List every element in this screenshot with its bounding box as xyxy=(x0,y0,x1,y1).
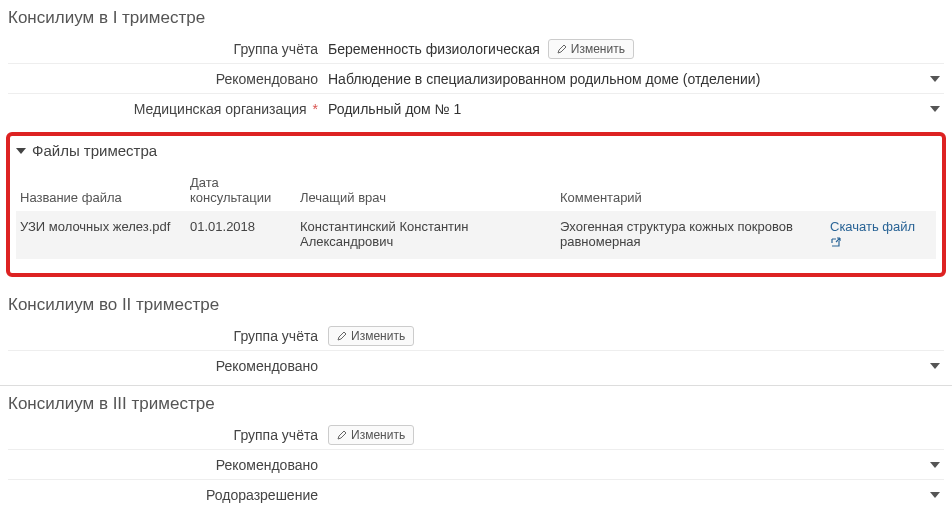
row-delivery: Родоразрешение xyxy=(8,482,944,510)
value-group-3: Изменить xyxy=(328,425,944,445)
label-medorg: Медицинская организация * xyxy=(8,101,328,117)
row-group-3: Группа учёта Изменить xyxy=(8,422,944,450)
pencil-icon xyxy=(557,44,567,54)
cell-doctor: Константинский Константин Александрович xyxy=(296,211,556,259)
files-header[interactable]: Файлы триместра xyxy=(16,140,936,169)
chevron-down-icon xyxy=(930,492,940,498)
chevron-down-icon xyxy=(930,106,940,112)
edit-group-label-3: Изменить xyxy=(351,428,405,442)
col-doctor: Лечащий врач xyxy=(296,169,556,211)
chevron-down-icon xyxy=(930,363,940,369)
section-title-consilium-3: Консилиум в III триместре xyxy=(8,390,944,420)
section-title-consilium-1: Консилиум в I триместре xyxy=(8,4,944,34)
label-group-3: Группа учёта xyxy=(8,427,328,443)
label-recommended-2: Рекомендовано xyxy=(8,358,328,374)
medorg-value-text: Родильный дом № 1 xyxy=(328,99,461,119)
label-group-2: Группа учёта xyxy=(8,328,328,344)
section-consilium-1: Консилиум в I триместре Группа учёта Бер… xyxy=(0,0,952,128)
cell-download: Скачать файл xyxy=(826,211,936,259)
group-value-text: Беременность физиологическая xyxy=(328,39,540,59)
files-panel: Файлы триместра Название файла Дата конс… xyxy=(6,132,946,277)
table-row: УЗИ молочных желез.pdf 01.01.2018 Конста… xyxy=(16,211,936,259)
col-download xyxy=(826,169,936,211)
files-header-text: Файлы триместра xyxy=(32,142,157,159)
cell-comment: Эхогенная структура кожных покровов равн… xyxy=(556,211,826,259)
cell-name: УЗИ молочных желез.pdf xyxy=(16,211,186,259)
section-title-consilium-2: Консилиум во II триместре xyxy=(8,291,944,321)
recommended-select[interactable]: Наблюдение в специализированном родильно… xyxy=(328,69,944,89)
label-recommended: Рекомендовано xyxy=(8,71,328,87)
label-recommended-3: Рекомендовано xyxy=(8,457,328,473)
label-group: Группа учёта xyxy=(8,41,328,57)
medorg-select[interactable]: Родильный дом № 1 xyxy=(328,99,944,119)
edit-group-button[interactable]: Изменить xyxy=(548,39,634,59)
section-consilium-2: Консилиум во II триместре Группа учёта И… xyxy=(0,287,952,385)
value-group-2: Изменить xyxy=(328,326,944,346)
edit-group-button-3[interactable]: Изменить xyxy=(328,425,414,445)
pencil-icon xyxy=(337,430,347,440)
row-group-2: Группа учёта Изменить xyxy=(8,323,944,351)
external-link-icon xyxy=(830,236,841,251)
row-recommended-3: Рекомендовано xyxy=(8,452,944,480)
download-link[interactable]: Скачать файл xyxy=(830,219,915,251)
row-recommended: Рекомендовано Наблюдение в специализиров… xyxy=(8,66,944,94)
value-group: Беременность физиологическая Изменить xyxy=(328,39,944,59)
col-comment: Комментарий xyxy=(556,169,826,211)
chevron-down-icon xyxy=(930,462,940,468)
row-recommended-2: Рекомендовано xyxy=(8,353,944,381)
edit-group-label-2: Изменить xyxy=(351,329,405,343)
row-medorg: Медицинская организация * Родильный дом … xyxy=(8,96,944,124)
col-name: Название файла xyxy=(16,169,186,211)
download-link-text: Скачать файл xyxy=(830,219,915,234)
chevron-down-icon xyxy=(16,148,26,154)
pencil-icon xyxy=(337,331,347,341)
edit-group-label: Изменить xyxy=(571,42,625,56)
edit-group-button-2[interactable]: Изменить xyxy=(328,326,414,346)
required-mark: * xyxy=(307,101,318,117)
section-consilium-3: Консилиум в III триместре Группа учёта И… xyxy=(0,386,952,510)
label-delivery: Родоразрешение xyxy=(8,487,328,503)
cell-date: 01.01.2018 xyxy=(186,211,296,259)
medorg-label-text: Медицинская организация xyxy=(134,101,307,117)
row-group: Группа учёта Беременность физиологическа… xyxy=(8,36,944,64)
files-table: Название файла Дата консультации Лечащий… xyxy=(16,169,936,259)
chevron-down-icon xyxy=(930,76,940,82)
col-date: Дата консультации xyxy=(186,169,296,211)
recommended-value-text: Наблюдение в специализированном родильно… xyxy=(328,69,760,89)
